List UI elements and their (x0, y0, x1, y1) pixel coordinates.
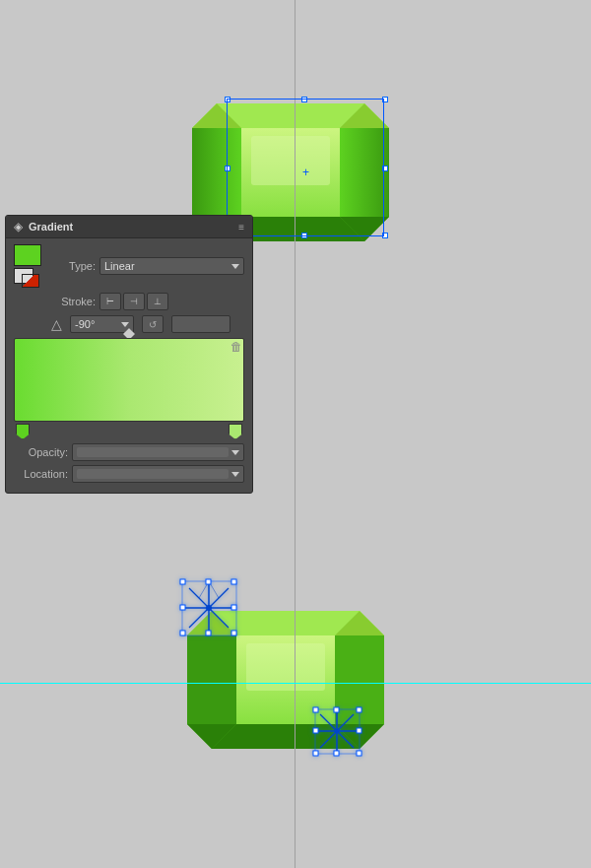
stroke-row: Stroke: ⊢ ⊣ ⊥ (14, 293, 244, 310)
gradient-stops-row (14, 424, 244, 439)
panel-body: Type: Linear Stroke: ⊢ ⊣ ⊥ △ -90° ↺ (6, 238, 252, 493)
svg-rect-31 (180, 579, 185, 584)
type-value: Linear (104, 260, 135, 272)
handle-tl[interactable] (225, 97, 230, 102)
svg-marker-4 (340, 128, 389, 217)
sparkle-1 (177, 576, 246, 649)
sparkle-2-svg (310, 704, 369, 764)
gradient-bar-wrapper: 🗑 (14, 338, 244, 422)
stroke-swatch-wrapper (14, 268, 39, 288)
panel-titlebar: ◈ Gradient ≡ (6, 216, 252, 238)
svg-point-30 (206, 605, 212, 611)
svg-marker-3 (192, 128, 241, 217)
handle-bc[interactable] (301, 233, 307, 238)
stroke-swatch-red[interactable] (22, 274, 39, 288)
svg-rect-50 (334, 751, 339, 756)
svg-rect-46 (357, 707, 361, 712)
angle-chevron (121, 322, 129, 327)
panel-title: Gradient (29, 221, 73, 233)
fill-swatch[interactable] (14, 244, 41, 266)
angle-value: -90° (75, 318, 95, 330)
opacity-slider-track (77, 447, 229, 457)
svg-rect-49 (334, 707, 339, 712)
gradient-bar[interactable] (14, 338, 244, 422)
svg-rect-35 (206, 579, 211, 584)
opacity-label: Opacity: (14, 446, 68, 458)
type-label: Type: (51, 260, 96, 272)
gradient-icon: ◈ (14, 220, 23, 234)
location-input[interactable] (72, 465, 244, 483)
type-chevron (231, 264, 239, 269)
reverse-button[interactable]: ↺ (142, 315, 164, 333)
location-slider-track (77, 469, 229, 479)
type-dropdown[interactable]: Linear (99, 257, 244, 275)
svg-rect-32 (231, 579, 236, 584)
gradient-bar-container: 🗑 (14, 338, 244, 439)
svg-rect-47 (313, 751, 318, 756)
svg-rect-36 (206, 631, 211, 635)
svg-rect-38 (231, 605, 236, 610)
handle-mr[interactable] (382, 166, 388, 171)
horizontal-guide (0, 683, 591, 684)
gradient-stop-right[interactable] (229, 424, 242, 439)
stroke-btn-2[interactable]: ⊣ (123, 293, 145, 310)
crosshair (302, 163, 309, 180)
sparkle-1-svg (177, 576, 246, 645)
opacity-chevron (231, 450, 239, 455)
location-row: Location: (14, 465, 244, 483)
stroke-btn-3[interactable]: ⊥ (147, 293, 168, 310)
stroke-btn-1[interactable]: ⊢ (99, 293, 121, 310)
panel-titlebar-left: ◈ Gradient (14, 220, 73, 234)
opacity-row: Opacity: (14, 443, 244, 461)
svg-rect-45 (313, 707, 318, 712)
sparkle-2 (310, 704, 369, 768)
vertical-guide (295, 0, 296, 868)
svg-rect-48 (357, 751, 361, 756)
gradient-panel: ◈ Gradient ≡ Type: Linear Stroke (5, 215, 253, 494)
panel-menu-icon[interactable]: ≡ (238, 222, 244, 233)
stroke-label: Stroke: (51, 296, 96, 307)
type-row: Type: Linear (14, 244, 244, 288)
gradient-stop-left[interactable] (16, 424, 30, 439)
handle-br[interactable] (382, 233, 388, 238)
location-label: Location: (14, 468, 68, 480)
svg-marker-1 (217, 103, 364, 128)
swatch-area (14, 244, 41, 288)
svg-rect-34 (231, 631, 236, 635)
location-chevron (231, 472, 239, 477)
aspect-input[interactable] (171, 315, 230, 333)
handle-tc[interactable] (301, 97, 307, 102)
handle-tr[interactable] (382, 97, 388, 102)
angle-icon: △ (51, 316, 62, 332)
bottom-gem-container (158, 552, 414, 808)
svg-rect-51 (313, 728, 318, 733)
stroke-buttons: ⊢ ⊣ ⊥ (99, 293, 168, 310)
opacity-input[interactable] (72, 443, 244, 461)
svg-rect-37 (180, 605, 185, 610)
svg-rect-52 (357, 728, 361, 733)
svg-rect-10 (251, 136, 330, 185)
handle-ml[interactable] (225, 166, 230, 171)
delete-icon[interactable]: 🗑 (230, 340, 242, 354)
svg-rect-33 (180, 631, 185, 635)
svg-point-44 (335, 729, 340, 734)
